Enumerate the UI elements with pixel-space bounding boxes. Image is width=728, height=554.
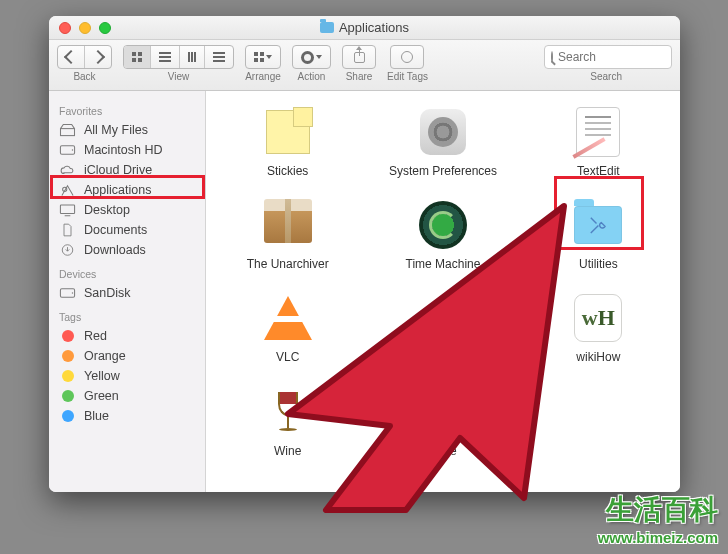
arrange-button[interactable] <box>245 45 281 69</box>
share-button[interactable] <box>342 45 376 69</box>
share-group: Share <box>342 45 376 82</box>
wine-icon <box>433 392 453 431</box>
sidebar-item-label: Orange <box>84 349 126 363</box>
watermark: 生活百科 www.bimeiz.com <box>598 491 718 546</box>
app-label: VLC <box>276 351 299 364</box>
icon-view-content[interactable]: Stickies System Preferences TextEdit The… <box>206 91 680 492</box>
search-field[interactable] <box>544 45 672 69</box>
unarchiver-icon <box>264 207 312 243</box>
action-group: Action <box>292 45 331 82</box>
tag-yellow-icon <box>59 369 76 383</box>
app-label: Time Machine <box>406 258 481 271</box>
search-group: Search <box>439 45 672 82</box>
sidebar-tag-orange[interactable]: Orange <box>49 346 205 366</box>
sidebar-item-label: Desktop <box>84 203 130 217</box>
app-system-preferences[interactable]: System Preferences <box>369 99 516 182</box>
external-drive-icon <box>59 286 76 300</box>
desktop-icon <box>59 203 76 217</box>
sidebar-item-desktop[interactable]: Desktop <box>49 200 205 220</box>
arrange-icon <box>254 52 264 62</box>
view-list-button[interactable] <box>150 46 179 68</box>
sidebar-item-label: Applications <box>84 183 151 197</box>
sidebar-item-label: Yellow <box>84 369 120 383</box>
sidebar-item-downloads[interactable]: Downloads <box>49 240 205 260</box>
action-button[interactable] <box>292 45 331 69</box>
svg-rect-0 <box>61 129 75 136</box>
toolbar: Back View Arrange Action <box>49 40 680 91</box>
cloud-icon <box>59 163 76 177</box>
list-icon <box>159 52 171 62</box>
hard-drive-icon <box>59 143 76 157</box>
app-wine-2[interactable]: Wine <box>369 379 516 462</box>
tag-green-icon <box>59 389 76 403</box>
app-vlc[interactable]: VLC <box>214 285 361 368</box>
app-stickies[interactable]: Stickies <box>214 99 361 182</box>
folder-icon <box>320 22 334 33</box>
vlc-icon <box>264 296 312 340</box>
app-label: wikiHow <box>576 351 620 364</box>
nav-group: Back <box>57 45 112 82</box>
back-button[interactable] <box>58 46 84 68</box>
sidebar-item-label: Red <box>84 329 107 343</box>
chevron-down-icon <box>266 55 272 59</box>
chevron-down-icon <box>316 55 322 59</box>
utilities-folder-icon <box>574 206 622 244</box>
app-utilities-folder[interactable]: Utilities <box>525 192 672 275</box>
edit-tags-button[interactable] <box>390 45 424 69</box>
watermark-url: www.bimeiz.com <box>598 529 718 546</box>
sidebar-item-label: Documents <box>84 223 147 237</box>
view-coverflow-button[interactable] <box>204 46 233 68</box>
chevron-left-icon <box>64 50 78 64</box>
sidebar-item-documents[interactable]: Documents <box>49 220 205 240</box>
tag-orange-icon <box>59 349 76 363</box>
sidebar-item-all-my-files[interactable]: All My Files <box>49 120 205 140</box>
icon-grid: Stickies System Preferences TextEdit The… <box>214 99 672 462</box>
sidebar-item-sandisk[interactable]: SanDisk <box>49 283 205 303</box>
app-label: TextEdit <box>577 165 620 178</box>
sidebar-tag-blue[interactable]: Blue <box>49 406 205 426</box>
app-the-unarchiver[interactable]: The Unarchiver <box>214 192 361 275</box>
app-label: Wine <box>274 445 301 458</box>
finder-window: Applications Back View Arrang <box>49 16 680 492</box>
columns-icon <box>188 52 196 62</box>
sidebar-tag-green[interactable]: Green <box>49 386 205 406</box>
app-time-machine[interactable]: Time Machine <box>369 192 516 275</box>
documents-icon <box>59 223 76 237</box>
app-label: Stickies <box>267 165 308 178</box>
search-input[interactable] <box>558 50 680 64</box>
forward-button[interactable] <box>84 46 111 68</box>
sidebar-item-label: Macintosh HD <box>84 143 163 157</box>
sidebar-item-label: Green <box>84 389 119 403</box>
tag-blue-icon <box>59 409 76 423</box>
sidebar-item-label: Blue <box>84 409 109 423</box>
view-column-button[interactable] <box>179 46 204 68</box>
view-icon-button[interactable] <box>124 46 150 68</box>
app-hidden-2[interactable] <box>525 379 672 462</box>
sidebar-item-applications[interactable]: Applications <box>49 180 205 200</box>
view-label: View <box>168 71 190 82</box>
app-wine-1[interactable]: Wine <box>214 379 361 462</box>
app-wikihow[interactable]: wH wikiHow <box>525 285 672 368</box>
app-label: System Preferences <box>389 165 497 178</box>
sidebar-item-label: SanDisk <box>84 286 131 300</box>
arrange-label: Arrange <box>245 71 281 82</box>
sidebar-tag-yellow[interactable]: Yellow <box>49 366 205 386</box>
time-machine-icon <box>419 201 467 249</box>
all-my-files-icon <box>59 123 76 137</box>
app-hidden[interactable] <box>369 285 516 368</box>
app-textedit[interactable]: TextEdit <box>525 99 672 182</box>
sidebar-tag-red[interactable]: Red <box>49 326 205 346</box>
sidebar-item-label: Downloads <box>84 243 146 257</box>
view-group: View <box>123 45 234 82</box>
sidebar-item-macintosh-hd[interactable]: Macintosh HD <box>49 140 205 160</box>
wine-icon <box>278 392 298 431</box>
watermark-cn: 生活百科 <box>598 491 718 529</box>
downloads-icon <box>59 243 76 257</box>
titlebar: Applications <box>49 16 680 40</box>
sidebar-item-icloud-drive[interactable]: iCloud Drive <box>49 160 205 180</box>
finder-body: Favorites All My Files Macintosh HD iClo… <box>49 91 680 492</box>
tags-group: Edit Tags <box>387 45 428 82</box>
chevron-right-icon <box>91 50 105 64</box>
svg-point-8 <box>72 292 73 293</box>
applications-icon <box>59 183 76 197</box>
